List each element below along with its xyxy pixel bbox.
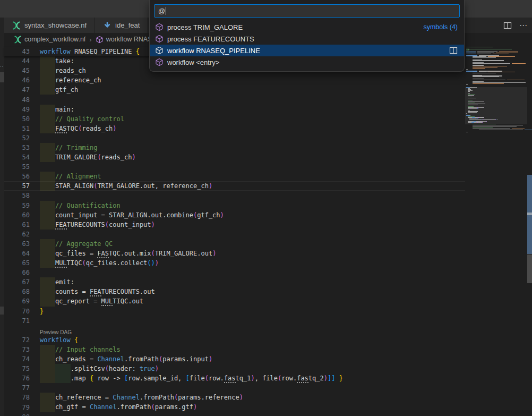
line-number[interactable]: 49 — [4, 106, 30, 113]
indent-guide-highlight — [40, 277, 55, 287]
symbol-cube-icon — [155, 46, 164, 55]
nextflow-file-icon — [14, 36, 22, 44]
indent-guide-highlight — [40, 105, 55, 114]
breadcrumb-separator-icon: › — [89, 36, 91, 44]
indent-guide-highlight — [55, 373, 71, 383]
line-number[interactable]: 69 — [4, 298, 30, 305]
symbol-cube-icon — [155, 23, 164, 31]
left-edge-scrollbar-lower[interactable] — [0, 307, 4, 315]
line-number[interactable]: 64 — [4, 250, 30, 257]
quickpick-item-label: process TRIM_GALORE — [167, 23, 243, 31]
codelens-preview-dag[interactable]: Preview DAG — [4, 326, 465, 335]
code-line-73: 73 // Input channels — [4, 345, 465, 354]
code-line-56: 56 // Alignment — [4, 172, 465, 181]
left-edge-scrollbar[interactable] — [0, 72, 4, 82]
tab-ide_feat[interactable]: ide_feat — [95, 18, 148, 33]
quickpick-item-label: workflow RNASEQ_PIPELINE — [167, 47, 260, 55]
line-number[interactable]: 78 — [4, 394, 30, 401]
code-line-78: 78 ch_reference = Channel.fromPath(param… — [4, 393, 465, 402]
indent-guide-highlight — [40, 296, 55, 306]
quickpick-item-label: workflow <entry> — [167, 58, 219, 66]
code-line-59: 59 // Quantification — [4, 201, 465, 210]
code-line-54: 54 TRIM_GALORE(reads_ch) — [4, 152, 465, 162]
line-number[interactable]: 63 — [4, 240, 30, 248]
indent-guide-highlight — [40, 258, 55, 268]
indent-guide-highlight — [40, 66, 55, 75]
code-line-67: 67 emit: — [4, 277, 465, 287]
line-number[interactable]: 45 — [4, 67, 30, 74]
line-number[interactable]: 73 — [4, 346, 30, 353]
code-line-53: 53 // Trimming — [4, 143, 465, 152]
open-to-side-icon[interactable] — [449, 46, 458, 55]
indent-guide-highlight — [40, 220, 55, 230]
line-number[interactable]: 43 — [4, 48, 30, 55]
line-number[interactable]: 56 — [4, 173, 30, 180]
line-number[interactable]: 70 — [4, 308, 30, 315]
split-editor-icon[interactable] — [503, 21, 512, 30]
indent-guide-highlight — [40, 85, 55, 95]
text-cursor — [166, 7, 166, 15]
quickpick-item[interactable]: process TRIM_GALOREsymbols (4) — [150, 21, 464, 33]
quick-open-symbol-picker: @ process TRIM_GALOREsymbols (4)process … — [149, 0, 465, 72]
symbol-cube-icon — [155, 58, 164, 66]
line-number[interactable]: 48 — [4, 96, 30, 104]
quickpick-item[interactable]: workflow <entry> — [150, 56, 464, 68]
line-number[interactable]: 47 — [4, 86, 30, 94]
code-editor[interactable]: 43workflow RNASEQ_PIPELINE {44 take:45 r… — [4, 46, 465, 416]
quickpick-item[interactable]: workflow RNASEQ_PIPELINE — [150, 45, 464, 56]
code-line-55: 55 — [4, 162, 465, 172]
editor-scrollbar[interactable] — [527, 254, 532, 283]
line-number[interactable]: 55 — [4, 163, 30, 171]
line-number[interactable]: 68 — [4, 288, 30, 295]
line-number[interactable]: 74 — [4, 355, 30, 363]
line-number[interactable]: 66 — [4, 269, 30, 276]
left-edge-panel: .. — [0, 18, 4, 416]
line-number[interactable]: 79 — [4, 404, 30, 411]
line-number[interactable]: 58 — [4, 192, 30, 199]
line-number[interactable]: 65 — [4, 259, 30, 267]
code-line-57: 57 STAR_ALIGN(TRIM_GALORE.out, reference… — [4, 181, 465, 191]
quickpick-query: @ — [158, 7, 165, 15]
indent-guide-highlight — [40, 201, 55, 210]
line-number[interactable]: 53 — [4, 144, 30, 151]
line-number[interactable]: 61 — [4, 221, 30, 228]
tab-syntax_showcase.nf[interactable]: syntax_showcase.nf — [4, 18, 95, 33]
minimap[interactable] — [465, 47, 527, 416]
code-line-64: 64 qc_files = FASTQC.out.mix(TRIM_GALORE… — [4, 249, 465, 258]
line-number[interactable]: 75 — [4, 365, 30, 372]
indent-guide-highlight — [40, 373, 55, 383]
code-line-65: 65 MULTIQC(qc_files.collect()) — [4, 258, 465, 268]
line-number[interactable]: 54 — [4, 154, 30, 161]
line-number[interactable]: 46 — [4, 77, 30, 84]
line-number[interactable]: 59 — [4, 202, 30, 209]
line-number[interactable]: 62 — [4, 231, 30, 238]
line-number[interactable]: 60 — [4, 211, 30, 219]
indent-guide-highlight — [40, 345, 55, 354]
code-line-77: 77 — [4, 383, 465, 393]
code-line-70: 70} — [4, 307, 465, 316]
line-number[interactable]: 77 — [4, 384, 30, 392]
overview-ruler-marker — [527, 213, 532, 215]
line-number[interactable]: 44 — [4, 57, 30, 65]
code-line-69: 69 qc_report = MULTIQC.out — [4, 296, 465, 306]
indent-guide-highlight — [40, 249, 55, 258]
line-number[interactable]: 72 — [4, 336, 30, 344]
line-number[interactable]: 50 — [4, 115, 30, 123]
line-number[interactable]: 71 — [4, 317, 30, 325]
line-number[interactable]: 80 — [4, 413, 30, 416]
line-number[interactable]: 51 — [4, 125, 30, 132]
quickpick-input[interactable]: @ — [154, 4, 460, 18]
quickpick-item[interactable]: process FEATURECOUNTS — [150, 33, 464, 45]
line-number[interactable]: 57 — [4, 182, 30, 190]
code-line-75: 75 .splitCsv(header: true) — [4, 364, 465, 373]
line-number[interactable]: 52 — [4, 134, 30, 142]
symbol-cube-icon — [96, 36, 104, 44]
nextflow-icon — [12, 21, 21, 30]
line-number[interactable]: 76 — [4, 375, 30, 382]
breadcrumb-file[interactable]: complex_workflow.nf — [24, 36, 85, 43]
line-number[interactable]: 67 — [4, 278, 30, 286]
more-actions-icon[interactable]: ⋯ — [519, 23, 528, 28]
tab-label: ide_feat — [115, 21, 140, 29]
code-line-48: 48 — [4, 95, 465, 104]
indent-guide-highlight — [40, 75, 55, 85]
